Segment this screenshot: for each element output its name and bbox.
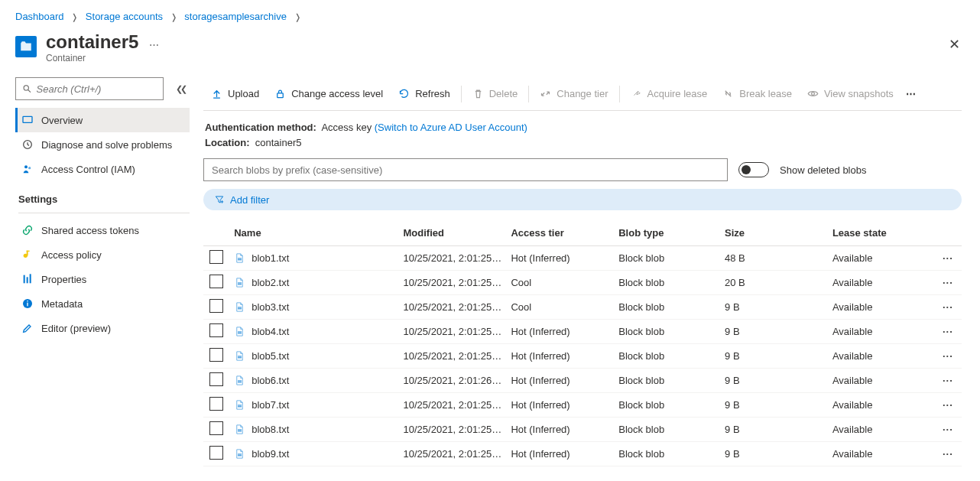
svg-rect-33 — [238, 453, 242, 454]
breadcrumb-link[interactable]: Dashboard — [15, 11, 64, 22]
row-more-button[interactable]: ··· — [943, 301, 953, 313]
row-checkbox[interactable] — [209, 372, 223, 386]
sidebar-search[interactable] — [15, 77, 164, 100]
sidebar-item-label: Properties — [41, 274, 86, 285]
cell-name[interactable]: blob8.txt — [229, 418, 398, 442]
row-more-button[interactable]: ··· — [943, 350, 953, 362]
col-modified[interactable]: Modified — [399, 221, 507, 245]
row-checkbox[interactable] — [209, 446, 223, 460]
toolbar: Upload Change access level Refresh Delet… — [203, 77, 962, 111]
chevron-right-icon: ❭ — [71, 12, 78, 21]
row-checkbox[interactable] — [209, 348, 223, 362]
auth-value: Access key — [321, 122, 372, 133]
cell-name[interactable]: blob3.txt — [229, 295, 398, 320]
break-lease-button: Break lease — [715, 77, 800, 110]
cell-name[interactable]: blob6.txt — [229, 369, 398, 393]
cell-lease: Available — [828, 369, 934, 393]
separator — [461, 86, 462, 102]
toolbar-more-button[interactable]: ⋯ — [901, 77, 921, 110]
sidebar-item-shared-access[interactable]: Shared access tokens — [15, 218, 190, 242]
collapse-sidebar-button[interactable]: ❮❮ — [171, 80, 190, 98]
cell-size: 9 B — [720, 369, 828, 393]
row-more-button[interactable]: ··· — [943, 277, 953, 288]
change-access-button[interactable]: Change access level — [267, 77, 391, 110]
sidebar-search-input[interactable] — [37, 83, 157, 95]
cell-size: 9 B — [720, 344, 828, 369]
row-more-button[interactable]: ··· — [943, 375, 953, 386]
svg-rect-21 — [238, 307, 242, 307]
col-type[interactable]: Blob type — [614, 221, 720, 245]
sidebar-item-metadata[interactable]: Metadata — [15, 291, 190, 316]
cell-name[interactable]: blob1.txt — [229, 246, 398, 271]
col-lease[interactable]: Lease state — [828, 221, 934, 245]
svg-rect-22 — [238, 308, 242, 309]
cell-tier: Hot (Inferred) — [506, 393, 614, 418]
breadcrumb-link[interactable]: storagesamplesarchive — [184, 11, 287, 22]
sidebar-item-editor[interactable]: Editor (preview) — [15, 316, 190, 340]
switch-auth-link[interactable]: (Switch to Azure AD User Account) — [375, 122, 527, 133]
cell-modified: 10/25/2021, 2:01:25 … — [399, 245, 507, 271]
row-checkbox[interactable] — [209, 275, 223, 288]
svg-rect-8 — [27, 251, 30, 252]
header-more-button[interactable]: ⋯ — [149, 39, 159, 50]
cell-name[interactable]: blob7.txt — [229, 393, 398, 418]
cell-modified: 10/25/2021, 2:01:25 … — [399, 295, 507, 320]
sidebar-item-iam[interactable]: Access Control (IAM) — [15, 157, 190, 181]
cell-type: Block blob — [614, 320, 720, 344]
cell-lease: Available — [828, 320, 934, 344]
breadcrumb-link[interactable]: Storage accounts — [86, 11, 163, 22]
view-snapshots-button: View snapshots — [800, 77, 901, 110]
table-row[interactable]: blob4.txt10/25/2021, 2:01:25 …Hot (Infer… — [203, 320, 962, 344]
cell-name[interactable]: blob9.txt — [229, 442, 398, 466]
row-checkbox[interactable] — [209, 250, 223, 264]
table-row[interactable]: blob6.txt10/25/2021, 2:01:26 …Hot (Infer… — [203, 369, 962, 393]
col-size[interactable]: Size — [720, 221, 828, 245]
sidebar-item-properties[interactable]: Properties — [15, 267, 190, 291]
cell-size: 9 B — [720, 320, 828, 344]
search-icon — [22, 83, 32, 94]
sidebar-item-access-policy[interactable]: Access policy — [15, 242, 190, 267]
cell-name[interactable]: blob2.txt — [229, 271, 398, 295]
svg-rect-25 — [238, 356, 242, 356]
sidebar-item-overview[interactable]: Overview — [15, 108, 190, 132]
table-row[interactable]: blob2.txt10/25/2021, 2:01:25 …CoolBlock … — [203, 271, 962, 295]
lock-icon — [274, 88, 286, 99]
filter-add-icon — [214, 194, 225, 205]
upload-button[interactable]: Upload — [203, 77, 267, 110]
table-row[interactable]: blob5.txt10/25/2021, 2:01:25 …Hot (Infer… — [203, 344, 962, 369]
cell-name[interactable]: blob4.txt — [229, 320, 398, 344]
col-name[interactable]: Name — [229, 221, 398, 245]
cell-lease: Available — [828, 344, 934, 369]
table-row[interactable]: blob7.txt10/25/2021, 2:01:25 …Hot (Infer… — [203, 393, 962, 418]
sidebar-item-diagnose[interactable]: Diagnose and solve problems — [15, 132, 190, 157]
cell-size: 9 B — [720, 393, 828, 418]
main-panel: Upload Change access level Refresh Delet… — [197, 77, 980, 476]
table-row[interactable]: blob9.txt10/25/2021, 2:01:25 …Hot (Infer… — [203, 442, 962, 466]
table-row[interactable]: blob3.txt10/25/2021, 2:01:25 …CoolBlock … — [203, 295, 962, 320]
blob-prefix-search[interactable] — [203, 158, 728, 181]
row-more-button[interactable]: ··· — [943, 399, 953, 411]
auth-label: Authentication method: — [205, 122, 316, 133]
show-deleted-toggle[interactable] — [738, 162, 769, 177]
cell-modified: 10/25/2021, 2:01:25 … — [399, 320, 507, 344]
row-more-button[interactable]: ··· — [943, 448, 953, 460]
row-more-button[interactable]: ··· — [943, 424, 953, 435]
add-filter-button[interactable]: Add filter — [203, 189, 962, 210]
row-checkbox[interactable] — [209, 421, 223, 435]
sidebar-item-label: Diagnose and solve problems — [41, 139, 172, 151]
page-header: container5 Container ⋯ ✕ — [0, 25, 980, 77]
table-row[interactable]: blob8.txt10/25/2021, 2:01:25 …Hot (Infer… — [203, 418, 962, 442]
cell-size: 9 B — [720, 418, 828, 442]
table-row[interactable]: blob1.txt10/25/2021, 2:01:25 …Hot (Infer… — [203, 245, 962, 271]
close-button[interactable]: ✕ — [949, 36, 960, 53]
col-tier[interactable]: Access tier — [506, 221, 614, 245]
row-more-button[interactable]: ··· — [943, 326, 953, 337]
refresh-button[interactable]: Refresh — [391, 77, 458, 110]
cell-name[interactable]: blob5.txt — [229, 344, 398, 369]
cell-size: 20 B — [720, 271, 828, 295]
row-checkbox[interactable] — [209, 323, 223, 337]
snapshot-icon — [807, 88, 819, 99]
row-more-button[interactable]: ··· — [943, 252, 953, 264]
row-checkbox[interactable] — [209, 299, 223, 313]
row-checkbox[interactable] — [209, 397, 223, 411]
